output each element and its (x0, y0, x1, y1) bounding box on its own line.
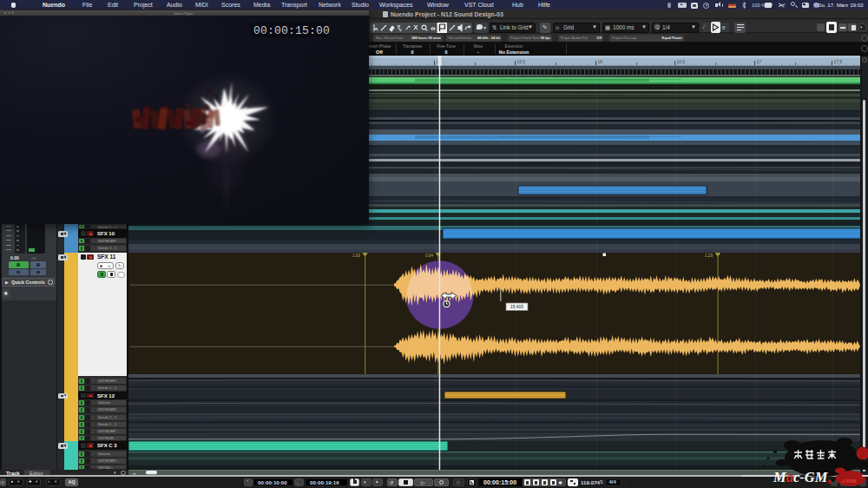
svg-text:.com: .com (841, 476, 857, 485)
svg-text:15.415: 15.415 (510, 305, 523, 309)
svg-text:1.29: 1.29 (705, 254, 713, 258)
svg-text:17.5: 17.5 (834, 60, 843, 64)
svg-text:17: 17 (757, 60, 762, 64)
svg-text:16.5: 16.5 (677, 60, 686, 64)
svg-text:1.00: 1.00 (352, 254, 360, 258)
svg-text:Mac-GM: Mac-GM (773, 469, 829, 485)
svg-text:16: 16 (598, 60, 603, 64)
svg-text:15.5: 15.5 (517, 60, 526, 64)
svg-text:0.94: 0.94 (425, 254, 433, 258)
